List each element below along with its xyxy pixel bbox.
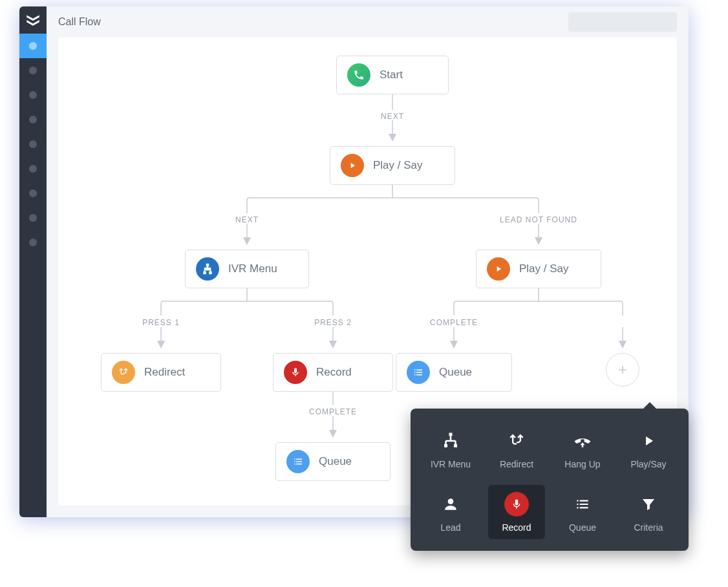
person-icon bbox=[438, 491, 464, 517]
picker-item-label: Record bbox=[502, 522, 531, 533]
node-redirect[interactable]: Redirect bbox=[101, 353, 221, 392]
play-solid-icon bbox=[636, 428, 661, 454]
picker-item-redirect[interactable]: Redirect bbox=[488, 422, 545, 476]
page-title: Call Flow bbox=[58, 16, 101, 28]
node-play-say-label: Play / Say bbox=[373, 159, 423, 172]
sidebar-item-2[interactable] bbox=[19, 58, 47, 83]
node-start-label: Start bbox=[380, 69, 403, 81]
node-ivr-menu[interactable]: IVR Menu bbox=[185, 250, 309, 288]
picker-item-label: Criteria bbox=[634, 522, 663, 533]
picker-item-label: Queue bbox=[569, 522, 596, 533]
edge-label-record-complete: COMPLETE bbox=[309, 407, 357, 416]
edge-label-root-next: NEXT bbox=[235, 215, 259, 224]
svg-rect-3 bbox=[449, 433, 453, 436]
node-ivr-label: IVR Menu bbox=[228, 262, 277, 275]
picker-item-ivr[interactable]: IVR Menu bbox=[422, 422, 479, 476]
picker-item-record[interactable]: Record bbox=[488, 485, 545, 539]
sidebar-item-9[interactable] bbox=[19, 230, 47, 255]
list-icon bbox=[286, 450, 310, 473]
node-queue-left-label: Queue bbox=[319, 455, 352, 468]
svg-rect-4 bbox=[444, 444, 447, 447]
node-queue-right[interactable]: Queue bbox=[396, 353, 512, 392]
picker-item-playsay[interactable]: Play/Say bbox=[620, 422, 677, 476]
edge-label-press1: PRESS 1 bbox=[142, 318, 180, 327]
sidebar-item-4[interactable] bbox=[19, 107, 47, 132]
svg-rect-5 bbox=[454, 444, 457, 447]
sidebar-item-7[interactable] bbox=[19, 181, 47, 206]
edge-label-press2: PRESS 2 bbox=[314, 318, 352, 327]
node-queue-right-label: Queue bbox=[439, 366, 472, 379]
funnel-icon bbox=[636, 491, 661, 517]
plus-icon bbox=[616, 363, 629, 376]
main-area: Call Flow bbox=[47, 6, 689, 517]
picker-item-label: Hang Up bbox=[564, 459, 600, 469]
node-picker-popup: IVR Menu Redirect Hang Up bbox=[411, 409, 689, 551]
list-icon bbox=[570, 491, 595, 517]
play-icon bbox=[341, 154, 364, 177]
picker-item-label: Redirect bbox=[500, 459, 533, 469]
app-window: Call Flow bbox=[19, 6, 689, 517]
app-logo-icon bbox=[25, 12, 41, 28]
edge-label-lead-not-found: LEAD NOT FOUND bbox=[500, 215, 577, 224]
picker-item-criteria[interactable]: Criteria bbox=[620, 485, 677, 539]
list-icon bbox=[407, 361, 430, 384]
picker-item-label: IVR Menu bbox=[431, 459, 471, 469]
flow-canvas[interactable]: NEXT NEXT LEAD NOT FOUND PRESS 1 PRESS 2… bbox=[58, 37, 677, 506]
sidebar-item-1[interactable] bbox=[19, 34, 47, 58]
node-start[interactable]: Start bbox=[336, 56, 449, 94]
edge-label-complete: COMPLETE bbox=[430, 318, 478, 327]
mic-icon bbox=[284, 361, 307, 384]
sitemap-icon bbox=[438, 428, 464, 454]
header-action-placeholder[interactable] bbox=[568, 12, 677, 32]
sidebar-item-3[interactable] bbox=[19, 83, 47, 107]
node-play-say-2-label: Play / Say bbox=[519, 262, 569, 275]
sidebar-item-8[interactable] bbox=[19, 206, 47, 230]
phone-icon bbox=[347, 63, 370, 87]
node-redirect-label: Redirect bbox=[144, 366, 185, 379]
split-icon bbox=[112, 361, 135, 384]
svg-rect-0 bbox=[207, 264, 209, 266]
svg-rect-1 bbox=[204, 272, 206, 274]
sidebar-item-6[interactable] bbox=[19, 156, 47, 181]
add-node-button[interactable] bbox=[606, 353, 639, 387]
play-icon bbox=[487, 257, 510, 281]
sitemap-icon bbox=[196, 257, 219, 281]
split-icon bbox=[504, 428, 530, 454]
hangup-icon bbox=[570, 428, 595, 454]
picker-item-lead[interactable]: Lead bbox=[422, 485, 479, 539]
node-play-say[interactable]: Play / Say bbox=[330, 146, 455, 185]
sidebar bbox=[19, 6, 47, 517]
picker-item-label: Play/Say bbox=[630, 459, 666, 469]
topbar: Call Flow bbox=[47, 6, 689, 37]
node-queue-left[interactable]: Queue bbox=[275, 442, 391, 481]
picker-item-queue[interactable]: Queue bbox=[554, 485, 611, 539]
mic-icon bbox=[504, 491, 530, 517]
picker-item-hangup[interactable]: Hang Up bbox=[554, 422, 611, 476]
svg-rect-2 bbox=[209, 272, 211, 274]
edge-label-start-next: NEXT bbox=[381, 112, 404, 121]
node-play-say-2[interactable]: Play / Say bbox=[476, 250, 601, 288]
node-record-label: Record bbox=[316, 366, 352, 379]
sidebar-item-5[interactable] bbox=[19, 132, 47, 156]
picker-item-label: Lead bbox=[440, 522, 460, 533]
node-record[interactable]: Record bbox=[273, 353, 393, 392]
